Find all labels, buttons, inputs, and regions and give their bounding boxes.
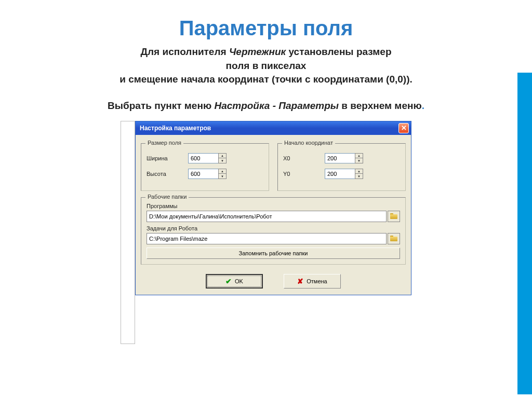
settings-dialog: Настройка параметров ✕ Размер поля Ширин… (135, 121, 411, 295)
y0-label: Y0 (283, 171, 325, 177)
dialog-button-row: ✔ OK ✘ Отмена (136, 270, 411, 295)
fieldset-working-folders: Рабочие папки Программы Задачи для Робот… (141, 197, 406, 265)
dialog-title: Настройка параметров (140, 125, 211, 132)
height-input[interactable] (188, 169, 218, 179)
folder-icon (390, 213, 397, 219)
fieldset-origin: Начало координат X0 ▲ ▼ Y0 (277, 143, 406, 191)
cancel-button[interactable]: ✘ Отмена (284, 274, 341, 289)
programs-path-input[interactable] (147, 211, 387, 222)
tasks-browse-button[interactable] (388, 233, 400, 244)
close-icon: ✕ (401, 124, 407, 132)
legend-field-size: Размер поля (145, 140, 183, 146)
y0-input[interactable] (325, 169, 355, 179)
y0-spin-up[interactable]: ▲ (355, 169, 363, 174)
slide-title: Параметры поля (0, 0, 532, 45)
remember-folders-button[interactable]: Запомнить рабочие папки (147, 248, 400, 259)
height-spin-down[interactable]: ▼ (218, 173, 227, 179)
dialog-titlebar[interactable]: Настройка параметров ✕ (136, 121, 411, 135)
tasks-label: Задачи для Робота (147, 225, 400, 231)
width-spin-up[interactable]: ▲ (218, 153, 227, 158)
width-input[interactable] (188, 153, 218, 163)
x0-spin-up[interactable]: ▲ (355, 153, 363, 158)
height-spin-up[interactable]: ▲ (218, 169, 227, 174)
fieldset-field-size: Размер поля Ширина ▲ ▼ Высота (141, 143, 269, 191)
width-spin-down[interactable]: ▼ (218, 158, 227, 163)
screenshot-area: Настройка параметров ✕ Размер поля Ширин… (121, 121, 411, 344)
width-label: Ширина (147, 155, 188, 161)
slide-instruction: Выбрать пункт меню Настройка - Параметры… (0, 100, 532, 112)
close-button[interactable]: ✕ (398, 123, 409, 133)
legend-origin: Начало координат (282, 140, 335, 146)
folder-icon (390, 236, 397, 241)
x0-spin-down[interactable]: ▼ (355, 158, 363, 163)
editor-background-sliver (121, 121, 135, 344)
slide-accent-bar (517, 73, 532, 394)
dialog-body: Размер поля Ширина ▲ ▼ Высота (136, 135, 411, 270)
programs-label: Программы (147, 203, 400, 209)
x0-label: X0 (283, 155, 325, 161)
programs-browse-button[interactable] (388, 211, 400, 222)
slide-description: Для исполнителя Чертежник установлены ра… (0, 45, 532, 87)
ok-button[interactable]: ✔ OK (206, 274, 263, 289)
legend-folders: Рабочие папки (145, 194, 189, 200)
x0-input[interactable] (325, 153, 355, 163)
y0-spin-down[interactable]: ▼ (355, 173, 363, 179)
height-label: Высота (147, 171, 188, 177)
tasks-path-input[interactable] (147, 233, 387, 244)
check-icon: ✔ (225, 277, 232, 285)
x-icon: ✘ (297, 277, 303, 285)
